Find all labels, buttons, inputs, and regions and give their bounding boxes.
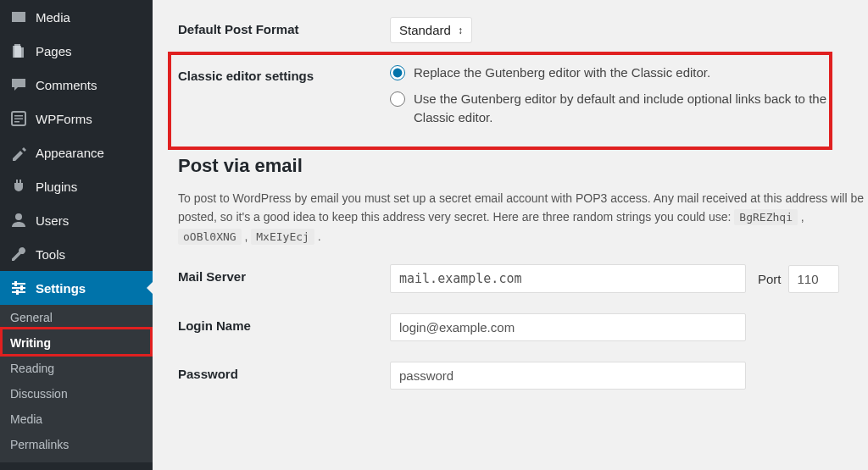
settings-icon <box>10 279 27 296</box>
svg-point-5 <box>15 213 22 220</box>
select-value: Standard <box>399 23 451 37</box>
input-port[interactable] <box>788 265 839 293</box>
row-classic-editor-settings: Classic editor settings Replace the Gute… <box>178 64 868 135</box>
sidebar-item-plugins[interactable]: Plugins <box>0 169 153 203</box>
row-login-name: Login Name <box>178 313 868 341</box>
svg-rect-4 <box>14 121 19 123</box>
row-password: Password <box>178 362 868 390</box>
sidebar-item-label: Appearance <box>36 146 104 160</box>
random-string-2: oOBl0XNG <box>178 229 242 245</box>
svg-rect-7 <box>12 287 25 289</box>
label-login-name: Login Name <box>178 313 381 333</box>
chevron-updown-icon: ↕ <box>458 25 463 36</box>
label-default-post-format: Default Post Format <box>178 17 381 36</box>
radio-option-use-gutenberg[interactable]: Use the Gutenberg editor by default and … <box>390 90 868 128</box>
select-default-post-format[interactable]: Standard ↕ <box>390 17 472 43</box>
submenu-item-permalinks[interactable]: Permalinks <box>0 432 153 457</box>
random-string-3: MxEIyEcj <box>251 229 314 245</box>
sidebar-item-label: Comments <box>36 78 97 92</box>
sidebar-item-appearance[interactable]: Appearance <box>0 135 153 169</box>
submenu-item-media[interactable]: Media <box>0 406 153 432</box>
svg-rect-6 <box>12 283 25 285</box>
sidebar-item-pages[interactable]: Pages <box>0 34 153 68</box>
row-mail-server: Mail Server Port <box>178 264 868 293</box>
radio-option-replace[interactable]: Replace the Gutenberg editor with the Cl… <box>390 64 868 83</box>
pages-icon <box>10 42 27 59</box>
tools-icon <box>10 246 27 263</box>
sidebar-item-users[interactable]: Users <box>0 203 153 237</box>
label-classic-editor: Classic editor settings <box>178 64 381 83</box>
submenu-item-discussion[interactable]: Discussion <box>0 381 153 406</box>
sidebar-item-settings[interactable]: Settings <box>0 271 153 305</box>
radio-label: Replace the Gutenberg editor with the Cl… <box>414 64 710 83</box>
sidebar-item-label: Settings <box>36 281 86 296</box>
input-mail-server[interactable] <box>390 264 746 293</box>
wpforms-icon <box>10 110 27 127</box>
svg-rect-2 <box>14 115 23 117</box>
media-icon <box>10 8 27 25</box>
sidebar-item-label: Tools <box>36 247 65 262</box>
svg-rect-10 <box>20 285 23 290</box>
radio-replace-gutenberg[interactable] <box>390 65 405 80</box>
sidebar-item-tools[interactable]: Tools <box>0 237 153 271</box>
sidebar-item-comments[interactable]: Comments <box>0 68 153 102</box>
svg-rect-0 <box>13 46 21 58</box>
sidebar-item-label: Plugins <box>36 180 77 194</box>
label-port: Port <box>758 272 782 286</box>
heading-post-via-email: Post via email <box>178 155 868 177</box>
radio-label: Use the Gutenberg editor by default and … <box>414 90 868 128</box>
sidebar-item-label: WPForms <box>36 112 92 126</box>
svg-rect-9 <box>14 281 17 286</box>
comments-icon <box>10 76 27 93</box>
settings-writing-page: Default Post Format Standard ↕ Classic e… <box>153 0 868 470</box>
plugins-icon <box>10 178 27 195</box>
users-icon <box>10 212 27 229</box>
submenu-item-writing[interactable]: Writing <box>0 330 153 356</box>
svg-rect-11 <box>16 290 19 295</box>
random-string-1: BgREZhqi <box>734 209 798 225</box>
label-mail-server: Mail Server <box>178 264 381 284</box>
sidebar-item-label: Pages <box>36 44 72 58</box>
label-password: Password <box>178 362 381 381</box>
sidebar-item-wpforms[interactable]: WPForms <box>0 102 153 135</box>
input-login-name[interactable] <box>390 313 746 341</box>
input-password[interactable] <box>390 362 746 390</box>
sidebar-item-label: Users <box>36 213 69 228</box>
desc-post-via-email: To post to WordPress by email you must s… <box>178 189 868 246</box>
sidebar-item-label: Media <box>36 10 70 25</box>
admin-sidebar: Media Pages Comments WPForms Appearance … <box>0 0 153 470</box>
sidebar-item-media[interactable]: Media <box>0 0 153 34</box>
row-default-post-format: Default Post Format Standard ↕ <box>178 17 868 43</box>
svg-rect-3 <box>14 119 23 120</box>
submenu-item-general[interactable]: General <box>0 305 153 330</box>
settings-submenu: General Writing Reading Discussion Media… <box>0 305 153 462</box>
submenu-item-reading[interactable]: Reading <box>0 356 153 381</box>
appearance-icon <box>10 144 27 161</box>
radio-use-gutenberg[interactable] <box>390 91 405 107</box>
